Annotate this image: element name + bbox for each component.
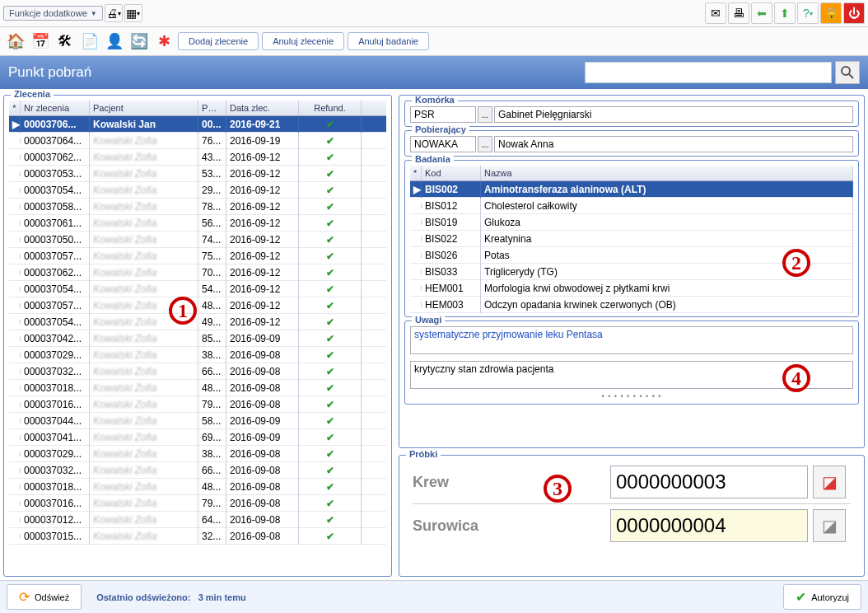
print-dropdown[interactable]: 🖨▾ <box>105 4 123 22</box>
page-title: Punkt pobrań <box>8 64 91 81</box>
table-row[interactable]: 000037064...Kowalski Zofia76...2016-09-1… <box>9 133 386 149</box>
badania-body[interactable]: ▶BIS002Aminotransferaza alaninowa (ALT)B… <box>410 181 853 313</box>
power-icon[interactable]: ⏻ <box>843 2 865 24</box>
pobierajacy-code-input[interactable] <box>410 136 476 152</box>
details-panel: Komórka ... Pobierający ... Badania <box>399 95 865 448</box>
odswiez-button[interactable]: ⟳ Odśwież <box>7 584 82 610</box>
table-row[interactable]: BIS033Triglicerydy (TG) <box>410 264 853 280</box>
sample-erase-surowica[interactable]: ◪ <box>813 509 846 542</box>
table-row[interactable]: 000037050...Kowalski Zofia74...2016-09-1… <box>9 232 386 248</box>
zlecenia-col-data[interactable]: Data zlec. <box>226 101 299 115</box>
sample-erase-krew[interactable]: ◪ <box>813 466 846 498</box>
table-row[interactable]: 000037054...Kowalski Zofia29...2016-09-1… <box>9 182 386 199</box>
printer-icon[interactable]: 🖶 <box>728 2 749 24</box>
table-row[interactable]: BIS022Kreatynina <box>410 231 853 247</box>
up-icon[interactable]: ⬆ <box>774 2 796 24</box>
user-icon[interactable]: 👤 <box>104 30 125 52</box>
autoryzuj-label: Autoryzuj <box>811 592 849 602</box>
home-icon[interactable]: 🏠 <box>5 30 26 52</box>
autoryzuj-button[interactable]: ✔ Autoryzuj <box>783 584 861 610</box>
komorka-code-input[interactable] <box>410 106 476 123</box>
table-row[interactable]: 000037016...Kowalski Zofia79...2016-09-0… <box>9 396 386 413</box>
table-row[interactable]: 000037054...Kowalski Zofia49...2016-09-1… <box>9 314 386 330</box>
table-row[interactable]: 000037058...Kowalski Zofia78...2016-09-1… <box>9 199 386 215</box>
authorize-icon: ✔ <box>796 589 806 605</box>
table-row[interactable]: ▶BIS002Aminotransferaza alaninowa (ALT) <box>410 181 853 198</box>
table-row[interactable]: 000037054...Kowalski Zofia54...2016-09-1… <box>9 281 386 297</box>
help-icon[interactable]: ?▾ <box>797 2 819 24</box>
zlecenia-legend: Zlecenia <box>11 89 54 99</box>
table-row[interactable]: ▶00003706...Kowalski Jan00...2016-09-21✔ <box>9 116 386 133</box>
odswiez-label: Odśwież <box>35 592 69 602</box>
status-value: 3 min temu <box>198 592 246 602</box>
anuluj-zlecenie-button[interactable]: Anuluj zlecenie <box>262 32 344 50</box>
badania-col-nazwa[interactable]: Nazwa <box>481 166 853 180</box>
funkcje-dodatkowe-dropdown[interactable]: Funkcje dodatkowe ▼ <box>3 6 103 21</box>
zlecenia-col-refund[interactable]: Refund. <box>299 101 362 115</box>
lock-icon[interactable]: 🔒 <box>820 2 842 24</box>
table-row[interactable]: HEM001Morfologia krwi obwodowej z płytka… <box>410 280 853 297</box>
uwagi-note1-textarea[interactable]: systematyczne przyjmowanie leku Pentasa <box>410 326 853 354</box>
global-search-input[interactable] <box>585 62 832 83</box>
table-row[interactable]: 000037061...Kowalski Zofia56...2016-09-1… <box>9 215 386 232</box>
table-row[interactable]: BIS012Cholesterol całkowity <box>410 198 853 214</box>
sample-input-krew[interactable] <box>610 466 808 498</box>
layout-dropdown[interactable]: ▦▾ <box>124 4 142 22</box>
table-row[interactable]: BIS019Glukoza <box>410 214 853 231</box>
top-toolbar: Funkcje dodatkowe ▼ 🖨▾ ▦▾ ✉ 🖶 ⬅ ⬆ ?▾ 🔒 ⏻ <box>0 0 868 27</box>
table-row[interactable]: 000037044...Kowalski Zofia58...2016-09-0… <box>9 413 386 429</box>
table-row[interactable]: HEM003Odczyn opadania krwinek czerwonych… <box>410 297 853 313</box>
action-toolbar: 🏠 📅 🛠 📄 👤 🔄 ✱ Dodaj zlecenie Anuluj zlec… <box>0 27 868 56</box>
badania-col-selector[interactable]: * <box>410 166 422 180</box>
probki-panel: Próbki Krew ◪ Surowica ◪ <box>399 455 865 577</box>
komorka-lookup-button[interactable]: ... <box>478 106 492 123</box>
zlecenia-grid: * Nr zlecenia Pacjent PESEL Data zlec. R… <box>9 101 386 573</box>
table-row[interactable]: 000037012...Kowalski Zofia64...2016-09-0… <box>9 512 386 528</box>
doc-icon[interactable]: 📄 <box>79 30 100 52</box>
table-row[interactable]: 000037016...Kowalski Zofia79...2016-09-0… <box>9 495 386 512</box>
zlecenia-body[interactable]: ▶00003706...Kowalski Jan00...2016-09-21✔… <box>9 116 386 573</box>
pobierajacy-name-input[interactable] <box>494 136 853 152</box>
back-icon[interactable]: ⬅ <box>751 2 772 24</box>
table-row[interactable]: 000037057...Kowalski Zofia75...2016-09-1… <box>9 248 386 264</box>
star-icon[interactable]: ✱ <box>153 30 175 52</box>
search-button[interactable] <box>835 61 860 84</box>
dodaj-zlecenie-button[interactable]: Dodaj zlecenie <box>178 32 259 50</box>
probki-legend: Próbki <box>406 449 441 459</box>
pobierajacy-fieldset: Pobierający ... <box>404 130 859 157</box>
sample-input-surowica[interactable] <box>610 509 808 542</box>
table-row[interactable]: 000037029...Kowalski Zofia38...2016-09-0… <box>9 347 386 363</box>
zlecenia-col-selector[interactable]: * <box>9 101 21 115</box>
table-row[interactable]: 000037015...Kowalski Zofia32...2016-09-0… <box>9 528 386 545</box>
uwagi-fieldset: Uwagi systematyczne przyjmowanie leku Pe… <box>404 321 859 405</box>
table-row[interactable]: 000037057...Kowalski Zofia48...2016-09-1… <box>9 297 386 314</box>
table-row[interactable]: 000037062...Kowalski Zofia43...2016-09-1… <box>9 149 386 166</box>
zlecenia-col-pacjent[interactable]: Pacjent <box>90 101 198 115</box>
calendar-icon[interactable]: 📅 <box>30 30 51 52</box>
uwagi-note2-textarea[interactable]: krytyczny stan zdrowia pacjenta <box>410 361 853 389</box>
svg-line-1 <box>849 74 853 78</box>
table-row[interactable]: 000037029...Kowalski Zofia38...2016-09-0… <box>9 446 386 462</box>
table-row[interactable]: BIS026Potas <box>410 247 853 264</box>
table-row[interactable]: 000037062...Kowalski Zofia70...2016-09-1… <box>9 264 386 281</box>
mail-icon[interactable]: ✉ <box>705 2 726 24</box>
pobierajacy-lookup-button[interactable]: ... <box>478 136 492 152</box>
zlecenia-col-pesel[interactable]: PESEL <box>198 101 226 115</box>
table-row[interactable]: 000037032...Kowalski Zofia66...2016-09-0… <box>9 363 386 380</box>
zlecenia-col-nr[interactable]: Nr zlecenia <box>21 101 90 115</box>
sample-row-surowica: Surowica ◪ <box>404 504 859 547</box>
table-row[interactable]: 000037041...Kowalski Zofia69...2016-09-0… <box>9 429 386 446</box>
table-row[interactable]: 000037032...Kowalski Zofia66...2016-09-0… <box>9 462 386 479</box>
komorka-name-input[interactable] <box>494 106 853 123</box>
table-row[interactable]: 000037018...Kowalski Zofia48...2016-09-0… <box>9 479 386 495</box>
caret-down-icon: ▼ <box>91 10 97 17</box>
badania-col-kod[interactable]: Kod <box>422 166 481 180</box>
refresh-icon[interactable]: 🔄 <box>128 30 150 52</box>
uwagi-legend: Uwagi <box>412 315 445 325</box>
tool-icon[interactable]: 🛠 <box>54 30 76 52</box>
table-row[interactable]: 000037042...Kowalski Zofia85...2016-09-0… <box>9 330 386 347</box>
table-row[interactable]: 000037018...Kowalski Zofia48...2016-09-0… <box>9 380 386 396</box>
footer-bar: ⟳ Odśwież Ostatnio odświeżono: 3 min tem… <box>0 580 868 613</box>
anuluj-badanie-button[interactable]: Anuluj badanie <box>348 32 429 50</box>
table-row[interactable]: 000037053...Kowalski Zofia53...2016-09-1… <box>9 166 386 182</box>
